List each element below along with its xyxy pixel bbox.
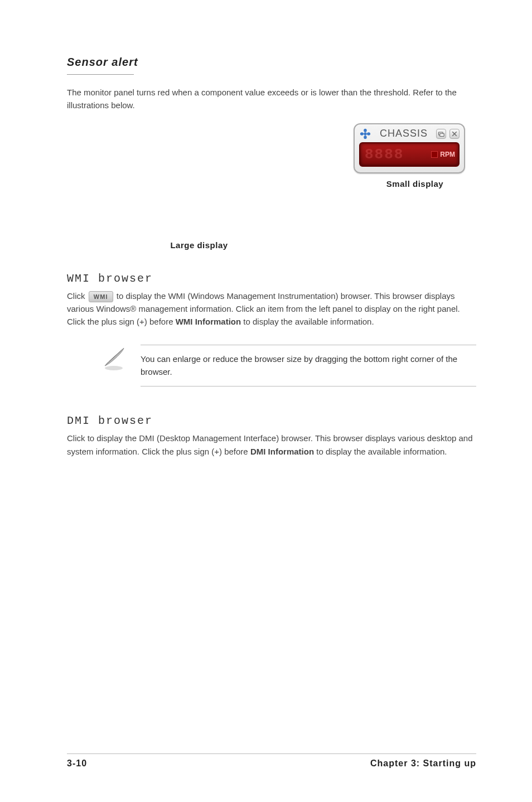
small-display-caption: Small display — [354, 179, 476, 189]
chassis-label: CHASSIS — [375, 128, 433, 139]
note-text: You can enlarge or reduce the browser si… — [141, 345, 476, 386]
svg-point-5 — [105, 366, 123, 370]
display-examples-row: Large display CHASSIS — [67, 123, 476, 250]
fan-icon — [359, 128, 371, 140]
chassis-widget: CHASSIS 8888 RPM — [354, 123, 476, 173]
wmi-text-pre: Click — [67, 291, 88, 301]
section-divider — [67, 74, 134, 75]
lcd-display: 8888 RPM — [359, 142, 460, 167]
close-icon[interactable] — [449, 129, 460, 139]
large-display-column: Large display — [67, 123, 331, 250]
wmi-button[interactable]: WMI — [89, 291, 113, 302]
footer-page-number: 3-10 — [67, 758, 87, 769]
lcd-unit-text: RPM — [440, 151, 455, 158]
svg-point-0 — [364, 132, 367, 136]
section-title-sensor-alert: Sensor alert — [67, 56, 476, 69]
plug-icon — [431, 151, 438, 158]
section-title-wmi: WMI browser — [67, 272, 476, 285]
footer-chapter: Chapter 3: Starting up — [370, 758, 476, 769]
large-display-caption: Large display — [67, 240, 331, 250]
chassis-frame: CHASSIS 8888 RPM — [354, 123, 465, 173]
page-footer: 3-10 Chapter 3: Starting up — [67, 753, 476, 769]
lcd-digits: 8888 — [365, 146, 429, 163]
svg-rect-2 — [440, 133, 444, 136]
wmi-text-post: to display the available information. — [243, 317, 374, 326]
wmi-body: Click WMI to display the WMI (Windows Ma… — [67, 289, 476, 328]
sensor-alert-body: The monitor panel turns red when a compo… — [67, 86, 476, 112]
section-title-dmi: DMI browser — [67, 414, 476, 427]
page: Sensor alert The monitor panel turns red… — [0, 0, 532, 802]
expand-icon[interactable] — [436, 129, 446, 139]
dmi-text-post: to display the available information. — [316, 447, 447, 456]
note-row: You can enlarge or reduce the browser si… — [100, 345, 476, 386]
chassis-header: CHASSIS — [359, 128, 460, 142]
wmi-information-label: WMI Information — [176, 317, 241, 326]
note-icon — [100, 345, 127, 371]
large-display-placeholder — [67, 123, 245, 235]
lcd-unit-group: RPM — [429, 151, 455, 158]
dmi-body: Click to display the DMI (Desktop Manage… — [67, 432, 476, 458]
small-display-column: CHASSIS 8888 RPM — [354, 123, 476, 189]
dmi-information-label: DMI Information — [250, 447, 314, 456]
